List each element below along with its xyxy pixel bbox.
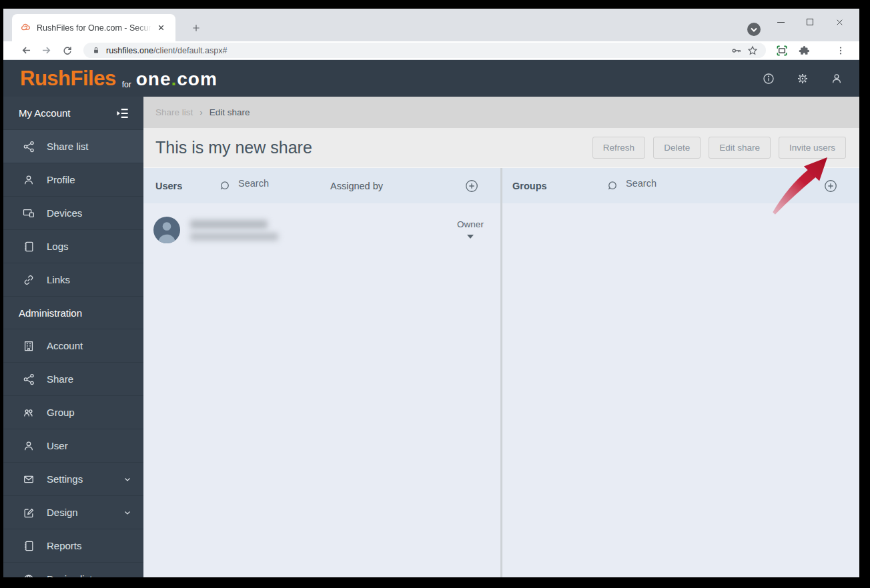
screen: RushFiles for One.com - Securely	[0, 0, 870, 588]
notebook-icon	[22, 539, 35, 553]
sidebar-item-profile[interactable]: Profile	[3, 163, 143, 196]
new-tab-button[interactable]	[187, 19, 205, 37]
address-bar[interactable]: rushfiles.one/client/default.aspx#	[83, 43, 766, 58]
devices-icon	[22, 207, 35, 220]
breadcrumb-share-list[interactable]: Share list	[155, 107, 193, 117]
avatar	[153, 216, 181, 244]
user-icon	[22, 173, 35, 187]
sidebar-item-group[interactable]: Group	[3, 395, 143, 429]
sidebar-item-links[interactable]: Links	[3, 263, 143, 296]
edit-share-button[interactable]: Edit share	[709, 137, 771, 159]
groups-panel-header: Groups	[502, 168, 859, 203]
member-email-blurred	[190, 233, 278, 241]
maximize-icon[interactable]	[795, 12, 825, 32]
browser-tab[interactable]: RushFiles for One.com - Securely	[12, 14, 175, 41]
collapse-menu-icon[interactable]	[115, 107, 130, 119]
users-panel: Users Assigned by	[143, 168, 500, 577]
chrome-profile-chevron-icon[interactable]	[746, 21, 762, 37]
sidebar-item-logs[interactable]: Logs	[3, 229, 143, 263]
caret-down-icon	[467, 235, 474, 239]
envelope-icon	[22, 473, 35, 486]
window-controls	[766, 12, 854, 32]
invite-users-button[interactable]: Invite users	[779, 137, 846, 159]
password-key-icon[interactable]	[729, 43, 745, 59]
delete-button[interactable]: Delete	[653, 137, 701, 159]
forward-icon[interactable]	[38, 43, 54, 59]
sidebar-item-user[interactable]: User	[3, 429, 143, 462]
chevron-down-icon	[123, 475, 131, 483]
sidebar-item-share-list[interactable]: Share list	[3, 129, 143, 163]
search-icon	[218, 179, 232, 193]
reload-icon[interactable]	[59, 43, 75, 59]
rushfiles-cloud-icon	[20, 22, 31, 33]
groups-search-input[interactable]	[626, 178, 713, 189]
breadcrumb: Share list › Edit share	[143, 97, 859, 128]
users-panel-header: Users Assigned by	[143, 168, 500, 203]
sidebar-section-my-account: My Account	[3, 97, 143, 129]
groups-panel-title: Groups	[512, 181, 547, 191]
share-nodes-icon	[22, 373, 35, 386]
notebook-icon	[22, 240, 35, 253]
search-icon	[606, 179, 619, 193]
chevron-down-icon	[123, 509, 131, 517]
sidebar: My Account Share list Profile	[3, 97, 143, 577]
profile-icon[interactable]	[830, 72, 843, 85]
tab-strip: RushFiles for One.com - Securely	[3, 9, 859, 41]
role-label: Owner	[450, 219, 491, 229]
sidebar-section-administration: Administration	[3, 296, 143, 329]
action-buttons: Refresh Delete Edit share Invite users	[592, 137, 846, 159]
extensions-puzzle-icon[interactable]	[796, 43, 812, 59]
building-icon	[22, 339, 35, 353]
close-icon[interactable]	[825, 12, 854, 32]
sidebar-item-share[interactable]: Share	[3, 362, 143, 395]
sidebar-item-design[interactable]: Design	[3, 495, 143, 529]
app-header: RushFiles for one.com	[3, 60, 859, 97]
groups-list	[502, 203, 859, 577]
sidebar-item-account[interactable]: Account	[3, 329, 143, 362]
users-search-input[interactable]	[238, 178, 325, 189]
page-title: This is my new share	[155, 138, 312, 157]
screenshot-extension-icon[interactable]	[774, 43, 790, 59]
group-icon	[22, 406, 35, 419]
minimize-icon[interactable]	[766, 12, 795, 32]
tab-close-icon[interactable]	[155, 22, 167, 33]
browser-toolbar: rushfiles.one/client/default.aspx#	[3, 41, 859, 60]
breadcrumb-edit-share: Edit share	[209, 107, 250, 117]
sidebar-item-device-list[interactable]: Device list	[3, 562, 143, 577]
refresh-button[interactable]: Refresh	[592, 137, 645, 159]
browser-menu-icon[interactable]	[833, 43, 849, 59]
globe-icon	[22, 573, 35, 578]
url-text: rushfiles.one/client/default.aspx#	[106, 46, 729, 55]
sidebar-item-settings[interactable]: Settings	[3, 462, 143, 495]
role-dropdown[interactable]: Owner	[450, 219, 491, 239]
edit-icon	[22, 506, 35, 519]
add-group-icon[interactable]	[823, 179, 838, 193]
sidebar-item-devices[interactable]: Devices	[3, 196, 143, 229]
main-content: Share list › Edit share This is my new s…	[143, 97, 859, 577]
member-name-blurred	[190, 220, 268, 229]
gear-icon[interactable]	[796, 72, 809, 85]
add-user-icon[interactable]	[464, 179, 479, 193]
sidebar-item-reports[interactable]: Reports	[3, 529, 143, 562]
users-panel-title: Users	[155, 181, 182, 191]
link-icon	[22, 273, 35, 287]
breadcrumb-separator: ›	[199, 107, 203, 117]
back-icon[interactable]	[18, 43, 34, 59]
title-bar: This is my new share Refresh Delete Edit…	[143, 128, 859, 168]
member-row: Owner	[143, 203, 500, 257]
browser-window: RushFiles for One.com - Securely	[3, 9, 859, 577]
bookmark-star-icon[interactable]	[745, 43, 761, 59]
info-icon[interactable]	[762, 72, 775, 85]
rushfiles-logo: RushFiles for one.com	[20, 67, 218, 91]
groups-panel: Groups	[502, 168, 859, 577]
user-icon	[22, 439, 35, 453]
lock-icon	[91, 45, 101, 55]
assigned-by-column-label: Assigned by	[330, 181, 383, 191]
tab-title: RushFiles for One.com - Securely	[37, 23, 151, 33]
users-list: Owner	[143, 203, 500, 577]
share-nodes-icon	[22, 140, 35, 153]
